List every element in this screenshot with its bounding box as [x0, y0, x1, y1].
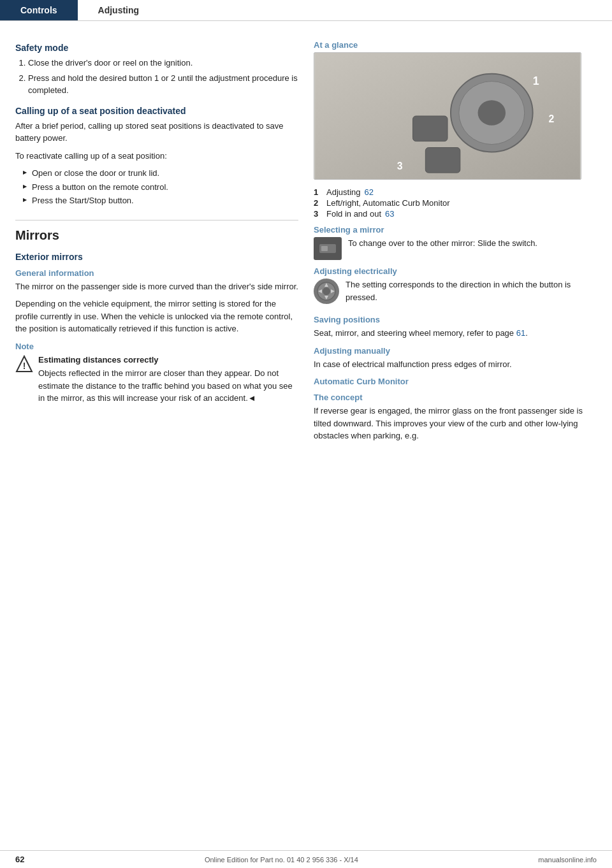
adjusting-manually-title: Adjusting manually	[314, 346, 597, 356]
adjusting-electrically-title: Adjusting electrically	[314, 266, 597, 276]
calling-up-title: Calling up of a seat position deactivate…	[15, 106, 298, 116]
tab-controls[interactable]: Controls	[0, 0, 78, 20]
safety-step-1: Close the driver's door or reel on the i…	[28, 57, 298, 69]
safety-step-2: Press and hold the desired button 1 or 2…	[28, 72, 298, 97]
the-concept-title: The concept	[314, 393, 597, 402]
footer-text: Online Edition for Part no. 01 40 2 956 …	[205, 856, 358, 864]
saving-positions-text: Seat, mirror, and steering wheel memory,…	[314, 327, 597, 340]
adjusting-electrically-text: The setting corresponds to the direction…	[346, 278, 597, 303]
bullet-2: Press a button on the remote control.	[23, 181, 298, 194]
selecting-mirror-text: To change over to the other mirror: Slid…	[348, 237, 537, 250]
safety-mode-title: Safety mode	[15, 43, 298, 53]
svg-rect-7	[413, 116, 448, 141]
label-text-2: Left/right, Automatic Curb Monitor	[326, 198, 450, 208]
image-label-3: 3 Fold in and out 63	[314, 209, 597, 219]
selecting-mirror-row: To change over to the other mirror: Slid…	[314, 237, 597, 260]
saving-positions-link[interactable]: 61	[516, 328, 525, 338]
note-body: Objects reflected in the mirror are clos…	[38, 368, 293, 403]
mirror-controls-image: 1 2 3	[314, 52, 581, 180]
the-concept-text: If reverse gear is engaged, the mirror g…	[314, 405, 597, 442]
image-labels: 1 Adjusting 62 2 Left/right, Automatic C…	[314, 187, 597, 219]
bullet-3: Press the Start/Stop button.	[23, 194, 298, 207]
header-tabs: Controls Adjusting	[0, 0, 612, 21]
exterior-mirrors-title: Exterior mirrors	[15, 252, 298, 262]
adjusting-manually-text: In case of electrical malfunction press …	[314, 358, 597, 371]
bullet-1: Open or close the door or trunk lid.	[23, 167, 298, 180]
mirror-adjust-icon	[314, 278, 339, 304]
note-text: Estimating distances correctly Objects r…	[38, 354, 298, 405]
page-number: 62	[15, 855, 24, 864]
label-num-2: 2	[314, 198, 323, 208]
auto-curb-title: Automatic Curb Monitor	[314, 377, 597, 386]
svg-point-14	[323, 287, 330, 295]
general-info-p1: The mirror on the passenger side is more…	[15, 280, 298, 293]
note-section: Note ! Estimating distances correctly Ob…	[15, 342, 298, 405]
selecting-mirror-title: Selecting a mirror	[314, 225, 597, 235]
label-text-1: Adjusting	[326, 187, 360, 197]
image-label-1: 1 Adjusting 62	[314, 187, 597, 197]
svg-rect-12	[321, 246, 328, 251]
mirror-controls-svg: 1 2 3	[314, 53, 581, 179]
label-link-3[interactable]: 63	[385, 209, 394, 219]
safety-steps-list: Close the driver's door or reel on the i…	[15, 57, 298, 97]
calling-up-p2: To reactivate calling up of a seat posit…	[15, 150, 298, 163]
saving-positions-title: Saving positions	[314, 315, 597, 324]
calling-up-p1: After a brief period, calling up stored …	[15, 120, 298, 145]
svg-text:!: !	[23, 361, 26, 371]
svg-rect-8	[425, 148, 460, 173]
note-heading: Estimating distances correctly	[38, 354, 298, 366]
label-num-3: 3	[314, 209, 323, 219]
page-content: Safety mode Close the driver's door or r…	[0, 21, 612, 486]
tab-adjusting[interactable]: Adjusting	[78, 0, 160, 20]
right-column: At a glance 1	[314, 34, 597, 447]
page-footer: 62 Online Edition for Part no. 01 40 2 9…	[0, 850, 612, 868]
mirrors-title: Mirrors	[15, 220, 298, 243]
calling-up-bullets: Open or close the door or trunk lid. Pre…	[15, 167, 298, 207]
left-column: Safety mode Close the driver's door or r…	[15, 34, 298, 447]
svg-point-5	[478, 100, 506, 126]
label-link-1[interactable]: 62	[364, 187, 373, 197]
note-content: ! Estimating distances correctly Objects…	[15, 354, 298, 405]
footer-site: manualsonline.info	[538, 856, 597, 864]
svg-text:1: 1	[533, 75, 539, 87]
at-a-glance-title: At a glance	[314, 40, 597, 50]
adjusting-electrically-row: The setting corresponds to the direction…	[314, 278, 597, 308]
general-info-title: General information	[15, 268, 298, 278]
warning-icon: !	[15, 355, 33, 373]
label-num-1: 1	[314, 187, 323, 197]
note-label: Note	[15, 342, 298, 351]
general-info-p2: Depending on the vehicle equipment, the …	[15, 298, 298, 335]
image-label-2: 2 Left/right, Automatic Curb Monitor	[314, 198, 597, 208]
mirror-select-icon	[314, 237, 342, 260]
svg-text:3: 3	[397, 161, 403, 171]
label-text-3: Fold in and out	[326, 209, 381, 219]
svg-text:2: 2	[548, 113, 554, 124]
